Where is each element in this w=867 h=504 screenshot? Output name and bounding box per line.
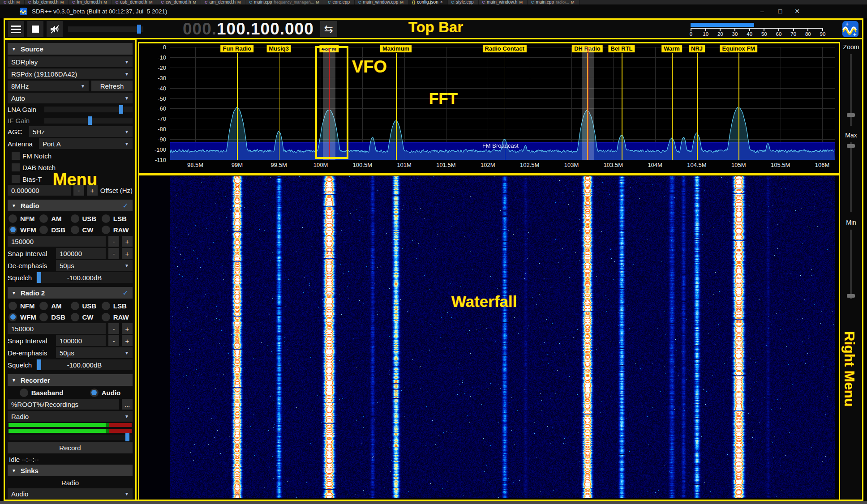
mode-option-dsb[interactable]: DSB	[39, 225, 70, 235]
squelch-slider[interactable]: -100.000dB	[36, 272, 133, 283]
snap-interval-input[interactable]: 100000	[56, 335, 106, 346]
recorder-mode-baseband[interactable]: Baseband	[20, 388, 64, 397]
mode-option-usb[interactable]: USB	[71, 214, 102, 223]
recorder-volume-slider[interactable]	[9, 435, 132, 440]
antenna-select[interactable]: Port A ▼	[39, 138, 133, 149]
station-label[interactable]: Musiq3	[266, 45, 291, 52]
mode-option-nfm[interactable]: NFM	[9, 301, 39, 311]
fft-display[interactable]: 0-10-20-30-40-50-60-70-80-90-100-11098.5…	[139, 43, 839, 173]
station-label[interactable]: Bel RTL	[608, 45, 635, 52]
agc-select[interactable]: 5Hz ▼	[29, 126, 133, 137]
refresh-button[interactable]: Refresh	[91, 81, 133, 91]
section-header-source[interactable]: ▼ Source	[8, 43, 133, 55]
mode-option-cw[interactable]: CW	[71, 225, 102, 235]
radio-button[interactable]	[71, 214, 79, 223]
section-header-radio[interactable]: ▼ Radio ✓	[8, 200, 133, 211]
editor-tab[interactable]: Cusb_demod.hM	[112, 0, 158, 4]
fm-notch-checkbox[interactable]	[12, 152, 20, 160]
editor-tab[interactable]: Cmain_window.cppM	[355, 0, 408, 4]
bias-t-checkbox[interactable]	[12, 175, 20, 183]
enabled-check-icon[interactable]: ✓	[123, 201, 129, 210]
record-button[interactable]: Record	[8, 442, 133, 453]
deemphasis-select[interactable]: 50µs ▼	[56, 347, 133, 358]
maximize-button[interactable]: □	[771, 4, 789, 18]
if-gain-handle[interactable]	[88, 116, 92, 125]
squelch-slider[interactable]: -100.000dB	[36, 359, 133, 370]
fft-range-scale[interactable]: 0102030405060708090	[689, 22, 824, 37]
squelch-handle[interactable]	[37, 272, 41, 283]
recorder-stream-select[interactable]: Radio ▼	[8, 411, 133, 422]
radio-button[interactable]	[102, 226, 110, 234]
mode-option-dsb[interactable]: DSB	[39, 312, 70, 322]
radio-bandwidth-input[interactable]: 150000	[8, 236, 106, 247]
vfo-center-line[interactable]	[588, 47, 588, 160]
radio-button[interactable]	[71, 313, 79, 321]
editor-tab[interactable]: Cmain.cppradio\...M	[528, 0, 579, 4]
offset-plus-button[interactable]: +	[87, 185, 98, 196]
vfo-center-line[interactable]	[329, 47, 330, 160]
radio-button[interactable]	[20, 389, 28, 397]
editor-tab[interactable]: Cmain.cppfrequency_manager\...M	[245, 0, 324, 4]
sink-type-select[interactable]: Audio ▼	[8, 488, 133, 499]
radio-button-selected[interactable]	[90, 389, 99, 397]
editor-tab-strip[interactable]: Cd.hMClsb_demod.hMCfm_demod.hMCusb_demod…	[0, 0, 867, 4]
radio-button[interactable]	[9, 302, 17, 310]
section-header-sinks[interactable]: ▼ Sinks	[8, 465, 133, 476]
max-slider[interactable]	[850, 142, 852, 212]
radio-button[interactable]	[71, 302, 79, 310]
snap-minus-button[interactable]: -	[108, 335, 119, 346]
station-label[interactable]: Maximum	[380, 45, 412, 52]
radio-button-selected[interactable]	[9, 226, 17, 234]
menu-toggle-button[interactable]	[8, 21, 24, 37]
lna-gain-handle[interactable]	[119, 105, 123, 114]
offset-minus-button[interactable]: -	[73, 185, 84, 196]
mode-option-wfm[interactable]: WFM	[9, 312, 39, 322]
editor-tab[interactable]: Cfm_demod.hM	[69, 0, 112, 4]
editor-tab[interactable]: {}config.json×	[408, 0, 448, 4]
station-label[interactable]: Equinox FM	[720, 45, 757, 52]
vfo-swap-button[interactable]: ⇆	[320, 21, 337, 37]
waterfall-canvas[interactable]	[170, 176, 835, 498]
mode-option-raw[interactable]: RAW	[102, 225, 133, 235]
radio-button[interactable]	[39, 302, 48, 310]
stop-button[interactable]	[27, 21, 43, 37]
radio-button[interactable]	[102, 313, 110, 321]
mode-option-am[interactable]: AM	[39, 214, 70, 223]
radio2-bandwidth-input[interactable]: 150000	[8, 323, 106, 334]
station-label[interactable]: NRJ	[689, 45, 705, 52]
mode-option-raw[interactable]: RAW	[102, 312, 133, 322]
frequency-display[interactable]: 000.100.100.000	[183, 20, 314, 38]
recorder-mode-audio[interactable]: Audio	[90, 388, 121, 397]
squelch-handle[interactable]	[37, 359, 41, 370]
if-gain-slider[interactable]	[44, 118, 133, 124]
radio-button[interactable]	[39, 214, 48, 223]
radio-button[interactable]	[9, 214, 17, 223]
editor-tab[interactable]: Cam_demod.hM	[201, 0, 245, 4]
zoom-slider-handle[interactable]	[847, 113, 855, 117]
editor-tab[interactable]: Cmain_window.hM	[479, 0, 528, 4]
mute-button[interactable]	[47, 21, 63, 37]
offset-input[interactable]: 0.000000	[8, 185, 71, 196]
editor-tab[interactable]: Cd.hM	[0, 0, 25, 4]
radio-button[interactable]	[71, 226, 79, 234]
dab-notch-checkbox[interactable]	[12, 163, 20, 171]
snap-plus-button[interactable]: +	[122, 335, 133, 346]
lna-gain-slider[interactable]	[44, 107, 133, 112]
volume-slider[interactable]	[68, 26, 143, 32]
bandwidth-minus-button[interactable]: -	[108, 236, 119, 247]
volume-slider-handle[interactable]	[137, 25, 141, 34]
browse-button[interactable]: ...	[122, 399, 133, 410]
radio-button[interactable]	[102, 302, 110, 310]
section-header-radio2[interactable]: ▼ Radio 2 ✓	[8, 287, 133, 299]
editor-tab[interactable]: Ccore.cpp	[324, 0, 355, 4]
editor-tab[interactable]: Cstyle.cpp	[448, 0, 479, 4]
station-label[interactable]: Fun Radio	[221, 45, 254, 52]
source-driver-select[interactable]: SDRplay ▼	[8, 56, 133, 67]
bandwidth-select[interactable]: 8MHz ▼	[8, 81, 89, 91]
radio-button[interactable]	[39, 226, 48, 234]
deemphasis-select[interactable]: 50µs ▼	[56, 260, 133, 271]
station-label[interactable]: Radio Contact	[483, 45, 527, 52]
radio-button[interactable]	[102, 214, 110, 223]
fft-spectrum-canvas[interactable]	[170, 47, 835, 160]
recording-path-input[interactable]: %ROOT%/Recordings	[8, 399, 119, 410]
